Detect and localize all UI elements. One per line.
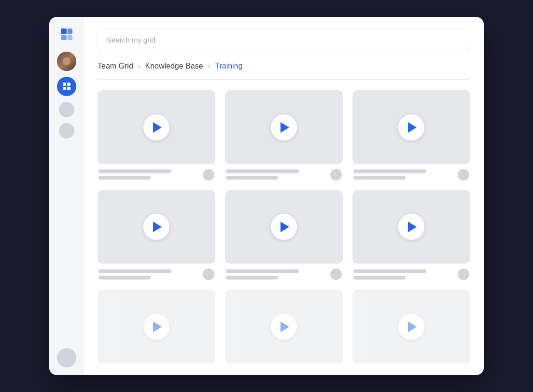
video-title-line [226,269,299,273]
video-subtitle-line [226,276,278,280]
grid-nav-item[interactable] [57,77,76,96]
play-icon [408,322,417,332]
breadcrumb: Team Grid › Knowledge Base › Training [98,62,470,70]
video-author-avatar [203,169,214,181]
video-meta [225,169,343,181]
video-thumbnail[interactable] [98,190,215,264]
play-icon [281,222,289,232]
video-thumbnail[interactable] [225,290,343,364]
search-input[interactable] [98,28,470,51]
svg-rect-7 [67,87,70,90]
video-meta [352,169,470,181]
video-author-avatar [330,268,342,280]
svg-rect-1 [61,35,67,40]
play-icon [153,322,162,332]
play-icon [408,222,417,232]
video-card [98,190,215,280]
play-icon [408,122,417,133]
app-logo[interactable] [57,25,76,44]
video-meta [98,169,215,181]
play-button[interactable] [398,314,424,340]
video-thumbnail[interactable] [352,190,470,264]
video-subtitle-line [226,176,278,180]
breadcrumb-divider [98,79,470,80]
play-icon [281,122,289,133]
video-text-lines [226,269,330,280]
video-author-avatar [330,169,342,181]
video-card [98,90,215,181]
video-card [225,290,343,364]
video-thumbnail[interactable] [98,290,215,364]
video-title-line [353,169,426,173]
play-icon [153,122,162,133]
video-thumbnail[interactable] [225,90,343,164]
video-thumbnail[interactable] [225,190,343,264]
video-card [98,290,215,364]
video-author-avatar [458,169,469,181]
video-title-line [98,269,171,273]
svg-rect-3 [68,35,72,40]
video-text-lines [353,269,458,280]
video-text-lines [98,269,203,280]
svg-rect-6 [63,87,66,90]
sidebar-nav-dot-2[interactable] [59,123,74,139]
play-button[interactable] [398,114,424,140]
play-button[interactable] [143,314,169,340]
app-window: Team Grid › Knowledge Base › Training [49,17,484,375]
play-button[interactable] [271,314,297,340]
video-subtitle-line [98,176,151,180]
video-title-line [98,169,171,173]
video-author-avatar [203,268,214,280]
play-icon [153,222,162,232]
video-card [352,290,470,364]
play-button[interactable] [271,114,297,140]
video-card [352,90,470,181]
play-button[interactable] [143,214,169,240]
play-button[interactable] [398,214,424,240]
sidebar-nav-dot-bottom[interactable] [57,348,76,367]
video-card [225,190,343,280]
video-thumbnail[interactable] [352,90,470,164]
video-meta [98,268,215,280]
breadcrumb-knowledge-base[interactable]: Knowledge Base [145,62,203,70]
sidebar [49,17,84,375]
sidebar-nav-dot-1[interactable] [59,102,74,117]
play-button[interactable] [271,214,297,240]
video-thumbnail[interactable] [352,290,470,364]
video-subtitle-line [98,276,151,280]
video-card [225,90,343,181]
svg-rect-4 [63,83,66,86]
breadcrumb-team-grid[interactable]: Team Grid [98,62,133,70]
svg-rect-0 [61,28,67,34]
video-title-line [226,169,299,173]
video-text-lines [353,169,458,180]
svg-rect-2 [68,28,72,34]
video-title-line [353,269,426,273]
video-text-lines [226,169,330,180]
video-meta [352,268,470,280]
play-icon [281,322,289,332]
video-author-avatar [458,268,469,280]
breadcrumb-separator-1: › [138,62,140,70]
user-avatar[interactable] [57,52,76,71]
video-meta [225,268,343,280]
video-card [352,190,470,280]
svg-rect-5 [67,83,70,86]
breadcrumb-training[interactable]: Training [215,62,242,70]
play-button[interactable] [143,114,169,140]
breadcrumb-separator-2: › [208,62,210,70]
video-subtitle-line [353,276,406,280]
video-thumbnail[interactable] [98,90,215,164]
main-content: Team Grid › Knowledge Base › Training [84,17,484,375]
video-subtitle-line [353,176,406,180]
video-text-lines [98,169,203,180]
video-grid [98,90,470,364]
